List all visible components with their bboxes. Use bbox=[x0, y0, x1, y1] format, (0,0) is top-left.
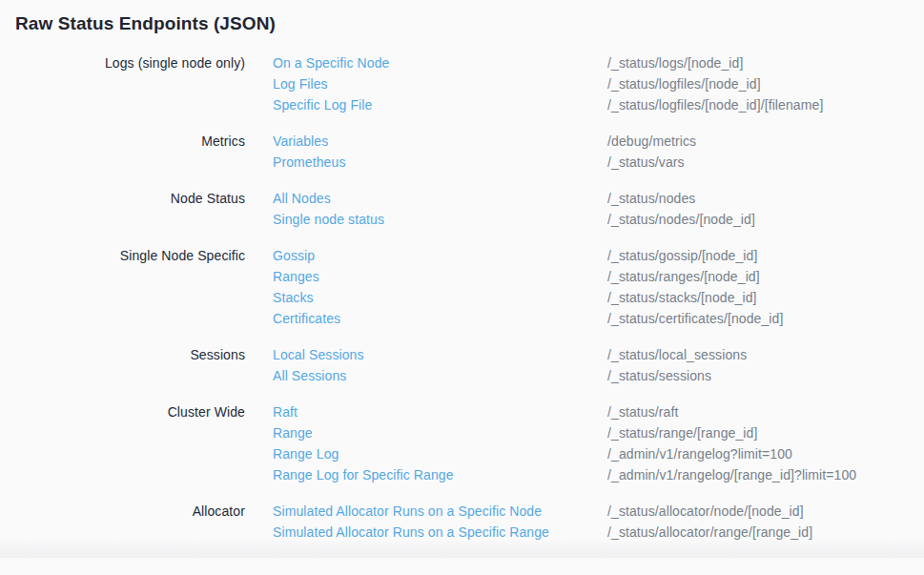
category-label: Allocator bbox=[0, 501, 245, 522]
endpoint-row: All Nodes /_status/nodes bbox=[273, 188, 924, 209]
endpoint-path: /_status/local_sessions bbox=[607, 344, 747, 365]
endpoint-group: Allocator Simulated Allocator Runs on a … bbox=[0, 501, 924, 543]
endpoint-row: Raft /_status/raft bbox=[273, 401, 924, 422]
endpoint-rows: Simulated Allocator Runs on a Specific N… bbox=[245, 501, 924, 543]
endpoint-link[interactable]: Range Log for Specific Range bbox=[273, 464, 607, 485]
endpoint-link[interactable]: Ranges bbox=[273, 266, 607, 287]
endpoint-row: Variables /debug/metrics bbox=[273, 131, 924, 152]
endpoint-path: /_status/nodes/[node_id] bbox=[607, 209, 755, 230]
endpoint-path: /debug/metrics bbox=[607, 131, 696, 152]
endpoint-row: Prometheus /_status/vars bbox=[273, 152, 924, 173]
endpoint-row: Log Files /_status/logfiles/[node_id] bbox=[273, 73, 924, 94]
endpoint-path: /_status/raft bbox=[607, 401, 678, 422]
endpoint-row: All Sessions /_status/sessions bbox=[273, 365, 924, 386]
endpoint-row: On a Specific Node /_status/logs/[node_i… bbox=[273, 52, 924, 73]
endpoint-link[interactable]: Gossip bbox=[273, 245, 607, 266]
raw-status-endpoints-page: Raw Status Endpoints (JSON) Logs (single… bbox=[0, 0, 924, 558]
endpoint-link[interactable]: All Nodes bbox=[273, 188, 607, 209]
endpoint-rows: Variables /debug/metrics Prometheus /_st… bbox=[245, 131, 924, 173]
endpoint-link[interactable]: Range bbox=[273, 422, 607, 443]
endpoint-link[interactable]: Log Files bbox=[273, 73, 607, 94]
endpoint-rows: Gossip /_status/gossip/[node_id] Ranges … bbox=[245, 245, 924, 329]
endpoint-path: /_status/gossip/[node_id] bbox=[607, 245, 757, 266]
endpoint-link[interactable]: Simulated Allocator Runs on a Specific R… bbox=[273, 522, 607, 543]
category-label: Metrics bbox=[0, 131, 245, 152]
endpoint-rows: On a Specific Node /_status/logs/[node_i… bbox=[245, 52, 924, 115]
endpoint-path: /_status/nodes bbox=[607, 188, 695, 209]
endpoint-link[interactable]: Simulated Allocator Runs on a Specific N… bbox=[273, 501, 607, 522]
endpoint-row: Range Log /_admin/v1/rangelog?limit=100 bbox=[273, 443, 924, 464]
endpoint-rows: Local Sessions /_status/local_sessions A… bbox=[245, 344, 924, 386]
endpoint-rows: Raft /_status/raft Range /_status/range/… bbox=[245, 401, 924, 485]
endpoint-path: /_status/range/[range_id] bbox=[607, 422, 757, 443]
endpoint-group: Sessions Local Sessions /_status/local_s… bbox=[0, 344, 924, 386]
endpoint-link[interactable]: Stacks bbox=[273, 287, 607, 308]
endpoint-group: Metrics Variables /debug/metrics Prometh… bbox=[0, 131, 924, 173]
endpoint-path: /_admin/v1/rangelog?limit=100 bbox=[607, 443, 792, 464]
endpoint-link[interactable]: Variables bbox=[273, 131, 607, 152]
endpoint-link[interactable]: Certificates bbox=[273, 308, 607, 329]
endpoint-row: Range Log for Specific Range /_admin/v1/… bbox=[273, 464, 924, 485]
page-title: Raw Status Endpoints (JSON) bbox=[0, 0, 924, 36]
endpoint-path: /_status/certificates/[node_id] bbox=[607, 308, 783, 329]
endpoint-row: Simulated Allocator Runs on a Specific R… bbox=[273, 522, 924, 543]
endpoint-path: /_status/vars bbox=[607, 152, 685, 173]
endpoint-row: Gossip /_status/gossip/[node_id] bbox=[273, 245, 924, 266]
category-label: Node Status bbox=[0, 188, 245, 209]
category-label: Single Node Specific bbox=[0, 245, 245, 266]
endpoint-row: Certificates /_status/certificates/[node… bbox=[273, 308, 924, 329]
endpoint-group: Node Status All Nodes /_status/nodes Sin… bbox=[0, 188, 924, 230]
endpoint-link[interactable]: Raft bbox=[273, 401, 607, 422]
endpoint-link[interactable]: Prometheus bbox=[273, 152, 607, 173]
endpoint-link[interactable]: Single node status bbox=[273, 209, 607, 230]
endpoint-row: Single node status /_status/nodes/[node_… bbox=[273, 209, 924, 230]
endpoint-path: /_status/logs/[node_id] bbox=[607, 52, 743, 73]
endpoint-path: /_status/allocator/node/[node_id] bbox=[607, 501, 804, 522]
endpoint-group: Single Node Specific Gossip /_status/gos… bbox=[0, 245, 924, 329]
endpoint-path: /_status/sessions bbox=[607, 365, 711, 386]
endpoint-row: Local Sessions /_status/local_sessions bbox=[273, 344, 924, 365]
endpoint-path: /_status/stacks/[node_id] bbox=[607, 287, 757, 308]
endpoint-row: Stacks /_status/stacks/[node_id] bbox=[273, 287, 924, 308]
endpoint-link[interactable]: On a Specific Node bbox=[273, 52, 607, 73]
endpoint-row: Range /_status/range/[range_id] bbox=[273, 422, 924, 443]
endpoints-table: Logs (single node only) On a Specific No… bbox=[0, 52, 924, 543]
endpoint-path: /_status/allocator/range/[range_id] bbox=[607, 522, 812, 543]
endpoint-rows: All Nodes /_status/nodes Single node sta… bbox=[245, 188, 924, 230]
endpoint-row: Specific Log File /_status/logfiles/[nod… bbox=[273, 94, 924, 115]
endpoint-path: /_status/ranges/[node_id] bbox=[607, 266, 760, 287]
category-label: Logs (single node only) bbox=[0, 52, 245, 73]
endpoint-group: Cluster Wide Raft /_status/raft Range /_… bbox=[0, 401, 924, 485]
endpoint-path: /_status/logfiles/[node_id] bbox=[607, 73, 761, 94]
category-label: Cluster Wide bbox=[0, 401, 245, 422]
endpoint-path: /_status/logfiles/[node_id]/[filename] bbox=[607, 94, 823, 115]
endpoint-link[interactable]: Local Sessions bbox=[273, 344, 607, 365]
endpoint-row: Ranges /_status/ranges/[node_id] bbox=[273, 266, 924, 287]
category-label: Sessions bbox=[0, 344, 245, 365]
endpoint-link[interactable]: All Sessions bbox=[273, 365, 607, 386]
endpoint-path: /_admin/v1/rangelog/[range_id]?limit=100 bbox=[607, 464, 856, 485]
endpoint-link[interactable]: Range Log bbox=[273, 443, 607, 464]
endpoint-link[interactable]: Specific Log File bbox=[273, 94, 607, 115]
endpoint-row: Simulated Allocator Runs on a Specific N… bbox=[273, 501, 924, 522]
endpoint-group: Logs (single node only) On a Specific No… bbox=[0, 52, 924, 115]
bottom-strip bbox=[0, 541, 924, 558]
